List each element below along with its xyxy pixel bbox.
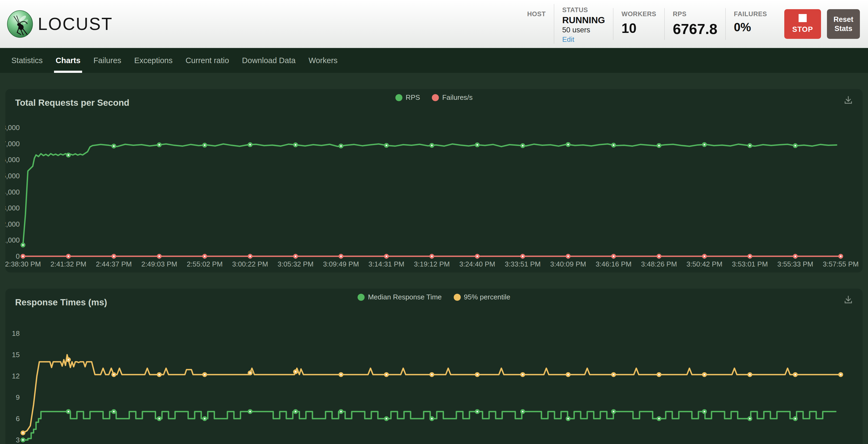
percentile-legend-dot: [454, 294, 461, 301]
tab-charts[interactable]: Charts: [55, 48, 81, 73]
legend-label: RPS: [406, 93, 420, 102]
svg-text:2,000: 2,000: [5, 220, 20, 228]
tab-download-data[interactable]: Download Data: [242, 48, 296, 73]
tab-exceptions[interactable]: Exceptions: [134, 48, 173, 73]
svg-text:0: 0: [16, 252, 20, 260]
locust-logo-icon: [6, 9, 34, 39]
stat-workers: WORKERS 10: [613, 8, 664, 40]
download-chart-icon[interactable]: [843, 95, 854, 105]
workers-label: WORKERS: [621, 8, 656, 18]
stat-host: HOST: [519, 8, 554, 40]
status-user-count: 50 users: [562, 26, 605, 34]
stat-failures: FAILURES 0%: [725, 8, 775, 40]
svg-text:3: 3: [16, 436, 20, 444]
svg-text:3:09:49 PM: 3:09:49 PM: [323, 260, 359, 268]
svg-text:3:46:16 PM: 3:46:16 PM: [595, 260, 631, 268]
tab-current-ratio[interactable]: Current ratio: [185, 48, 229, 73]
svg-text:5,000: 5,000: [5, 172, 20, 180]
response-times-chart-panel: 369121518 Response Times (ms) Median Res…: [5, 288, 863, 444]
svg-text:3:50:42 PM: 3:50:42 PM: [686, 260, 722, 268]
legend-item-median[interactable]: Median Response Time: [358, 293, 441, 301]
download-chart-icon[interactable]: [843, 295, 854, 305]
svg-text:2:49:03 PM: 2:49:03 PM: [141, 260, 177, 268]
svg-text:7,000: 7,000: [5, 140, 20, 148]
main-nav: Statistics Charts Failures Exceptions Cu…: [0, 48, 868, 73]
host-label: HOST: [527, 8, 546, 18]
app-logo: LOCUST: [6, 9, 113, 39]
svg-text:2:41:32 PM: 2:41:32 PM: [51, 260, 86, 268]
svg-text:3:57:55 PM: 3:57:55 PM: [823, 260, 859, 268]
failures-value: 0%: [734, 21, 767, 34]
legend-label: Failures/s: [442, 93, 473, 102]
tab-statistics[interactable]: Statistics: [11, 48, 43, 73]
svg-text:3,000: 3,000: [5, 204, 20, 212]
stat-rps: RPS 6767.8: [664, 8, 725, 40]
svg-text:2:38:30 PM: 2:38:30 PM: [5, 260, 41, 268]
svg-text:3:48:26 PM: 3:48:26 PM: [641, 260, 677, 268]
app-header: LOCUST HOST STATUS RUNNING 50 users Edit…: [0, 0, 868, 48]
response-times-chart: 369121518: [5, 288, 863, 444]
failures-legend-dot: [432, 94, 439, 101]
locust-app: LOCUST HOST STATUS RUNNING 50 users Edit…: [0, 0, 868, 444]
header-buttons: STOP Reset Stats: [784, 9, 860, 39]
svg-text:3:19:12 PM: 3:19:12 PM: [414, 260, 450, 268]
reset-stats-button[interactable]: Reset Stats: [827, 9, 860, 39]
legend-item-rps[interactable]: RPS: [395, 93, 420, 102]
svg-text:18: 18: [12, 329, 20, 337]
svg-text:3:53:01 PM: 3:53:01 PM: [732, 260, 768, 268]
svg-text:6: 6: [16, 415, 20, 423]
legend-label: 95% percentile: [464, 293, 510, 301]
svg-text:3:40:09 PM: 3:40:09 PM: [550, 260, 586, 268]
header-stats: HOST STATUS RUNNING 50 users Edit WORKER…: [519, 4, 775, 44]
svg-text:1,000: 1,000: [5, 236, 20, 244]
chart-legend: RPS Failures/s: [5, 93, 863, 102]
tab-workers[interactable]: Workers: [308, 48, 338, 73]
rps-label: RPS: [673, 8, 717, 18]
rps-value: 6767.8: [673, 21, 717, 37]
stop-button-label: STOP: [792, 25, 813, 34]
status-value: RUNNING: [562, 15, 605, 25]
svg-text:2:44:37 PM: 2:44:37 PM: [96, 260, 132, 268]
svg-text:15: 15: [12, 351, 20, 359]
svg-text:3:00:22 PM: 3:00:22 PM: [232, 260, 268, 268]
svg-text:2:55:02 PM: 2:55:02 PM: [187, 260, 222, 268]
chart-legend: Median Response Time 95% percentile: [5, 293, 863, 301]
median-legend-dot: [358, 294, 365, 301]
svg-text:12: 12: [12, 372, 20, 380]
legend-item-failures[interactable]: Failures/s: [432, 93, 473, 102]
tab-failures[interactable]: Failures: [93, 48, 122, 73]
workers-value: 10: [621, 21, 656, 36]
svg-text:6,000: 6,000: [5, 156, 20, 164]
edit-link[interactable]: Edit: [562, 35, 575, 44]
svg-text:4,000: 4,000: [5, 188, 20, 196]
status-label: STATUS: [562, 4, 605, 14]
rps-chart-panel: 01,0002,0003,0004,0005,0006,0007,0008,00…: [5, 89, 863, 272]
svg-text:3:24:40 PM: 3:24:40 PM: [459, 260, 495, 268]
rps-legend-dot: [395, 94, 402, 101]
failures-label: FAILURES: [734, 8, 767, 18]
app-title: LOCUST: [38, 14, 113, 34]
stat-status: STATUS RUNNING 50 users Edit: [554, 4, 613, 44]
legend-item-95th[interactable]: 95% percentile: [454, 293, 510, 301]
svg-text:8,000: 8,000: [5, 124, 20, 132]
charts-page: 01,0002,0003,0004,0005,0006,0007,0008,00…: [0, 73, 868, 444]
rps-chart: 01,0002,0003,0004,0005,0006,0007,0008,00…: [5, 89, 863, 272]
svg-text:3:14:31 PM: 3:14:31 PM: [368, 260, 404, 268]
svg-text:3:55:33 PM: 3:55:33 PM: [777, 260, 813, 268]
svg-text:3:05:32 PM: 3:05:32 PM: [278, 260, 314, 268]
svg-text:9: 9: [16, 393, 20, 401]
stop-button[interactable]: STOP: [784, 9, 821, 39]
svg-text:3:33:51 PM: 3:33:51 PM: [505, 260, 541, 268]
legend-label: Median Response Time: [368, 293, 441, 301]
stop-icon: [799, 14, 807, 22]
